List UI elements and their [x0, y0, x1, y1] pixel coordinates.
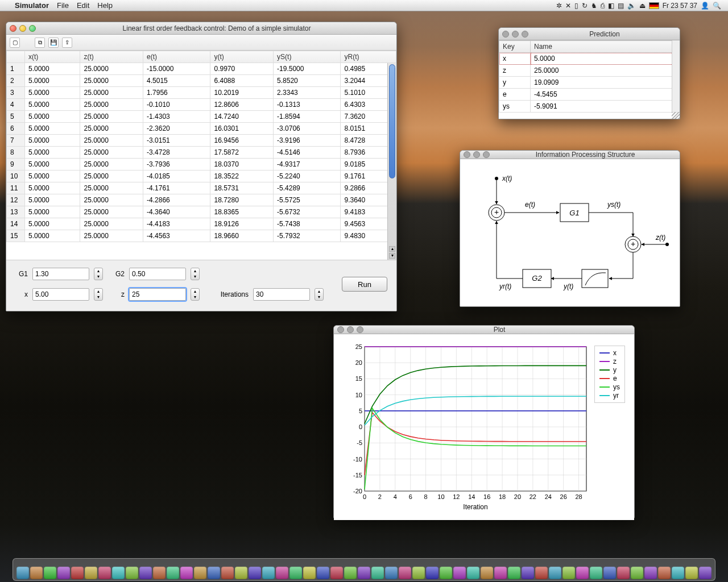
dock-app-icon[interactable]: [371, 567, 384, 579]
dock[interactable]: [13, 558, 715, 581]
dock-app-icon[interactable]: [112, 567, 125, 579]
menu-help[interactable]: Help: [97, 1, 113, 10]
app-menu[interactable]: Simulator: [15, 1, 49, 10]
table-row[interactable]: z25.0000: [499, 65, 680, 77]
dock-app-icon[interactable]: [672, 567, 684, 579]
menubar[interactable]: Simulator File Edit Help ✲ ✕ ▯ ↻ ♞ ⎙ ◧ ▤…: [0, 0, 728, 11]
dock-app-icon[interactable]: [126, 567, 138, 579]
dock-app-icon[interactable]: [508, 567, 520, 579]
dock-app-icon[interactable]: [276, 567, 288, 579]
dock-app-icon[interactable]: [467, 567, 479, 579]
table-row[interactable]: 95.000025.0000-3.793618.0370-4.93179.018…: [7, 159, 396, 171]
table-row[interactable]: 25.000025.00004.50156.40885.85203.2044: [7, 75, 396, 87]
table-row[interactable]: 105.000025.0000-4.018518.3522-5.22409.17…: [7, 171, 396, 182]
column-header[interactable]: [7, 51, 25, 63]
menu-extra-icon[interactable]: ▯: [574, 2, 578, 10]
new-doc-icon[interactable]: ▢: [10, 38, 20, 48]
close-icon[interactable]: [337, 326, 344, 333]
table-row[interactable]: x5.0000: [499, 53, 680, 65]
dock-app-icon[interactable]: [194, 567, 206, 579]
menu-file[interactable]: File: [57, 1, 69, 10]
menu-extra-icon[interactable]: ✕: [565, 2, 571, 10]
dock-app-icon[interactable]: [535, 567, 548, 579]
menu-extra-icon[interactable]: ▤: [618, 2, 624, 10]
dock-app-icon[interactable]: [16, 567, 29, 579]
scroll-up-icon[interactable]: ▴: [389, 246, 395, 252]
menu-edit[interactable]: Edit: [77, 1, 89, 10]
minimize-icon[interactable]: [19, 25, 26, 32]
dock-app-icon[interactable]: [344, 567, 357, 579]
titlebar[interactable]: Prediction: [499, 28, 680, 40]
run-button[interactable]: Run: [342, 277, 387, 292]
table-row[interactable]: 15.000025.0000-15.00000.9970-19.50000.49…: [7, 63, 396, 75]
eject-icon[interactable]: ⏏: [639, 2, 646, 10]
dock-app-icon[interactable]: [399, 567, 411, 579]
dock-app-icon[interactable]: [494, 567, 507, 579]
zoom-icon[interactable]: [29, 25, 36, 32]
x-input[interactable]: [32, 288, 89, 301]
table-row[interactable]: 35.000025.00001.795610.20192.33435.1010: [7, 87, 396, 99]
table-row[interactable]: 45.000025.0000-0.101012.8606-0.13136.430…: [7, 99, 396, 111]
dock-app-icon[interactable]: [522, 567, 534, 579]
dock-app-icon[interactable]: [221, 567, 234, 579]
table-row[interactable]: 155.000025.0000-4.456318.9660-5.79329.48…: [7, 230, 396, 242]
dock-app-icon[interactable]: [603, 567, 616, 579]
minimize-icon[interactable]: [347, 326, 354, 333]
menu-extra-icon[interactable]: ↻: [582, 2, 588, 10]
x-stepper[interactable]: ▴▾: [94, 288, 103, 301]
menu-extra-icon[interactable]: ♞: [591, 2, 597, 10]
input-flag-icon[interactable]: [649, 2, 659, 9]
zoom-icon[interactable]: [522, 31, 528, 38]
g2-input[interactable]: [129, 268, 186, 280]
copy-icon[interactable]: ⧉: [35, 38, 45, 48]
dock-app-icon[interactable]: [385, 567, 398, 579]
data-table[interactable]: x(t)z(t)e(t)y(t)yS(t)yR(t) 15.000025.000…: [6, 51, 396, 260]
dock-app-icon[interactable]: [85, 567, 97, 579]
z-input[interactable]: [129, 288, 186, 301]
column-header[interactable]: z(t): [80, 51, 143, 63]
titlebar[interactable]: Plot: [334, 326, 634, 334]
dock-app-icon[interactable]: [631, 567, 643, 579]
table-row[interactable]: 85.000025.0000-3.472817.5872-4.51468.793…: [7, 147, 396, 159]
dock-app-icon[interactable]: [208, 567, 220, 579]
close-icon[interactable]: [10, 25, 16, 32]
dock-app-icon[interactable]: [262, 567, 275, 579]
iterations-stepper[interactable]: ▴▾: [315, 288, 324, 301]
dock-app-icon[interactable]: [71, 567, 84, 579]
column-header[interactable]: Name: [531, 41, 680, 53]
zoom-icon[interactable]: [483, 151, 490, 158]
dock-app-icon[interactable]: [685, 567, 698, 579]
dock-app-icon[interactable]: [453, 567, 466, 579]
dock-app-icon[interactable]: [440, 567, 452, 579]
menu-extra-icon[interactable]: ⎙: [601, 2, 605, 10]
dock-app-icon[interactable]: [549, 567, 561, 579]
dock-app-icon[interactable]: [98, 567, 111, 579]
table-row[interactable]: y19.0909: [499, 77, 680, 89]
menu-extra-icon[interactable]: ✲: [556, 2, 562, 10]
column-header[interactable]: yS(t): [274, 51, 341, 63]
column-header[interactable]: x(t): [25, 51, 80, 63]
dock-app-icon[interactable]: [180, 567, 193, 579]
dock-app-icon[interactable]: [658, 567, 671, 579]
dock-app-icon[interactable]: [44, 567, 56, 579]
g1-input[interactable]: [32, 268, 89, 280]
dock-app-icon[interactable]: [139, 567, 152, 579]
dock-app-icon[interactable]: [576, 567, 589, 579]
dock-app-icon[interactable]: [303, 567, 316, 579]
dock-app-icon[interactable]: [330, 567, 343, 579]
g2-stepper[interactable]: ▴▾: [191, 268, 200, 280]
vertical-scrollbar[interactable]: ▴ ▾: [387, 63, 396, 260]
vertical-scrollbar[interactable]: [672, 40, 680, 112]
resize-handle[interactable]: [672, 112, 680, 119]
g1-stepper[interactable]: ▴▾: [94, 268, 103, 280]
volume-icon[interactable]: 🔈: [627, 2, 636, 10]
scrollbar-thumb[interactable]: [389, 64, 395, 178]
dock-app-icon[interactable]: [317, 567, 329, 579]
titlebar[interactable]: Information Processing Structure: [460, 151, 680, 159]
table-row[interactable]: 55.000025.0000-1.430314.7240-1.85947.362…: [7, 111, 396, 123]
zoom-icon[interactable]: [357, 326, 363, 333]
spotlight-icon[interactable]: 🔍: [713, 2, 721, 10]
dock-app-icon[interactable]: [57, 567, 70, 579]
minimize-icon[interactable]: [473, 151, 480, 158]
dock-app-icon[interactable]: [412, 567, 425, 579]
